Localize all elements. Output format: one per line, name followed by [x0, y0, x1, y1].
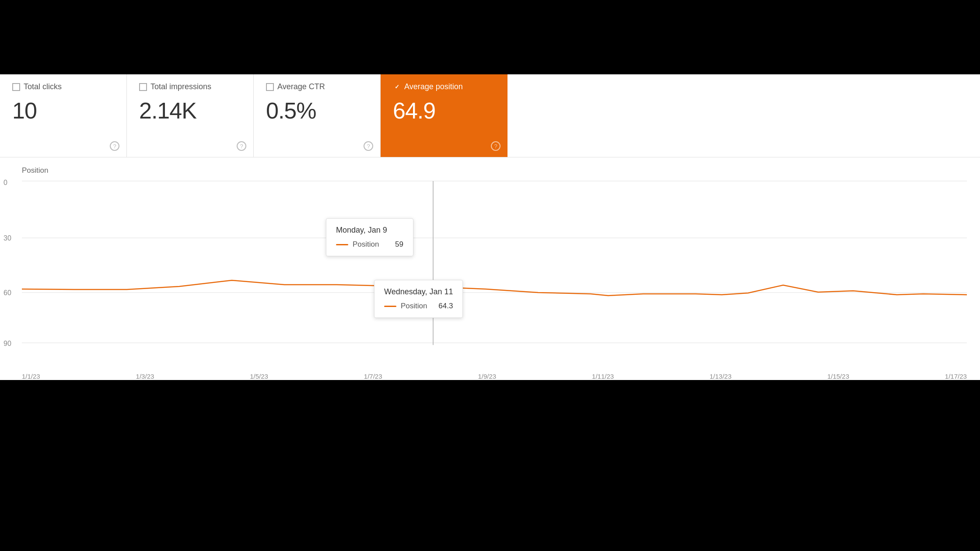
metric-label-impressions: Total impressions [150, 82, 211, 91]
metric-card-average-ctr[interactable]: Average CTR 0.5% ? [254, 74, 381, 157]
metric-header-ctr: Average CTR [266, 82, 368, 91]
chart-y-axis-title: Position [22, 166, 967, 175]
chart-container: 0 30 60 90 0 30 60 90 Monday, Jan 9 [22, 177, 967, 369]
metrics-bar: Total clicks 10 ? Total impressions 2.14… [0, 74, 980, 157]
x-label-6: 1/13/23 [710, 373, 732, 380]
tooltip2-metric-value: 64.3 [438, 302, 453, 310]
y-label-0: 0 [4, 179, 7, 187]
metric-header-clicks: Total clicks [12, 82, 114, 91]
help-icon-clicks[interactable]: ? [110, 141, 119, 151]
metric-value-ctr: 0.5% [266, 98, 368, 124]
x-label-5: 1/11/23 [592, 373, 614, 380]
metric-card-total-clicks[interactable]: Total clicks 10 ? [0, 74, 127, 157]
x-label-3: 1/7/23 [364, 373, 382, 380]
x-label-8: 1/17/23 [945, 373, 967, 380]
tooltip2-row: Position 64.3 [384, 302, 453, 310]
metric-value-position: 64.9 [393, 98, 495, 124]
metric-label-ctr: Average CTR [277, 82, 325, 91]
chart-area: Position 0 30 60 90 [0, 157, 980, 380]
metric-label-clicks: Total clicks [24, 82, 62, 91]
x-label-1: 1/3/23 [136, 373, 154, 380]
tooltip1-metric-value: 59 [395, 240, 403, 249]
metric-value-impressions: 2.14K [139, 98, 241, 124]
checkbox-total-impressions[interactable] [139, 83, 147, 91]
help-icon-impressions[interactable]: ? [237, 141, 246, 151]
tooltip1-metric-name: Position [353, 240, 391, 249]
y-label-30: 30 [4, 234, 11, 242]
tooltip-jan9: Monday, Jan 9 Position 59 [326, 218, 413, 256]
x-label-0: 1/1/23 [22, 373, 40, 380]
x-label-7: 1/15/23 [827, 373, 849, 380]
bottom-black-bar [0, 380, 980, 520]
top-black-bar [0, 0, 980, 74]
y-label-90: 90 [4, 340, 11, 348]
metric-card-total-impressions[interactable]: Total impressions 2.14K ? [127, 74, 254, 157]
tooltip1-row: Position 59 [336, 240, 403, 249]
metric-value-clicks: 10 [12, 98, 114, 124]
tooltip1-line-icon [336, 244, 348, 245]
metric-header-position: Average position [393, 82, 495, 91]
x-label-2: 1/5/23 [250, 373, 268, 380]
tooltip2-metric-name: Position [401, 302, 434, 310]
main-content: Total clicks 10 ? Total impressions 2.14… [0, 74, 980, 380]
tooltip2-date: Wednesday, Jan 11 [384, 287, 453, 296]
help-icon-ctr[interactable]: ? [364, 141, 373, 151]
help-icon-position[interactable]: ? [491, 141, 500, 151]
metric-card-average-position[interactable]: Average position 64.9 ? [381, 74, 508, 157]
tooltip1-date: Monday, Jan 9 [336, 226, 403, 235]
checkbox-average-ctr[interactable] [266, 83, 274, 91]
metric-label-position: Average position [404, 82, 463, 91]
chart-svg: 0 30 60 90 [22, 177, 967, 347]
checkbox-average-position[interactable] [393, 83, 401, 91]
x-label-4: 1/9/23 [478, 373, 496, 380]
checkbox-total-clicks[interactable] [12, 83, 20, 91]
x-axis-labels: 1/1/23 1/3/23 1/5/23 1/7/23 1/9/23 1/11/… [22, 369, 967, 380]
y-label-60: 60 [4, 289, 11, 297]
metric-header-impressions: Total impressions [139, 82, 241, 91]
tooltip2-line-icon [384, 306, 396, 307]
tooltip-jan11: Wednesday, Jan 11 Position 64.3 [374, 280, 463, 318]
